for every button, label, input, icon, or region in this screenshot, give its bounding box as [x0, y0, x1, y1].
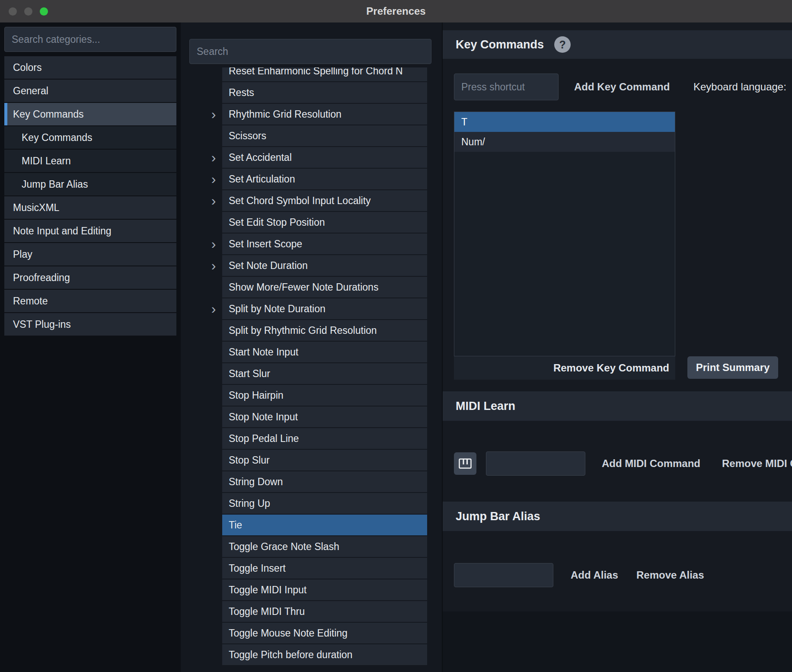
command-row-box[interactable]: Set Insert Scope [222, 234, 427, 254]
sidebar-item[interactable]: Proofreading [4, 266, 176, 289]
minimize-window-icon[interactable] [24, 7, 32, 16]
command-label: Toggle Mouse Note Editing [229, 627, 348, 639]
shortcut-row[interactable]: Num/ [454, 132, 675, 152]
sidebar-item[interactable]: MusicXML [4, 196, 176, 219]
command-row-box[interactable]: Split by Note Duration [222, 298, 427, 319]
add-key-command-button[interactable]: Add Key Command [574, 74, 670, 100]
add-alias-button[interactable]: Add Alias [571, 563, 618, 587]
shortcut-row[interactable]: T [454, 112, 675, 132]
command-row-box[interactable]: Stop Note Input [222, 406, 427, 427]
zoom-window-icon[interactable] [40, 7, 48, 16]
sidebar-item[interactable]: Key Commands [4, 103, 176, 125]
command-row[interactable]: Toggle MIDI Thru [205, 601, 427, 622]
command-row[interactable]: Stop Note Input [205, 406, 427, 427]
remove-midi-command-button[interactable]: Remove MIDI Command [722, 451, 792, 476]
command-row[interactable]: Toggle Grace Note Slash [205, 536, 427, 557]
command-row[interactable]: Reset Enharmonic Spelling for Chord N [205, 67, 427, 81]
command-row[interactable]: Start Note Input [205, 342, 427, 362]
chevron-right-icon[interactable] [205, 190, 222, 211]
command-row[interactable]: Stop Hairpin [205, 385, 427, 406]
help-icon[interactable]: ? [554, 36, 571, 53]
sidebar-item[interactable]: Jump Bar Alias [4, 173, 176, 195]
chevron-right-icon[interactable] [205, 255, 222, 276]
bottom-section [443, 611, 792, 672]
sidebar-item[interactable]: Colors [4, 56, 176, 79]
command-row-box[interactable]: Toggle MIDI Input [222, 579, 427, 600]
command-row[interactable]: Start Slur [205, 363, 427, 384]
shortcut-list[interactable]: T Num/ [454, 112, 675, 356]
sidebar-item[interactable]: Note Input and Editing [4, 220, 176, 242]
command-row[interactable]: Split by Rhythmic Grid Resolution [205, 320, 427, 341]
command-label: Set Edit Stop Position [229, 217, 325, 228]
command-row[interactable]: Set Articulation [205, 169, 427, 189]
command-row[interactable]: Set Note Duration [205, 255, 427, 276]
command-row[interactable]: Show More/Fewer Note Durations [205, 277, 427, 298]
command-row-box[interactable]: Show More/Fewer Note Durations [222, 277, 427, 298]
command-row[interactable]: Toggle MIDI Input [205, 579, 427, 600]
command-row[interactable]: Set Accidental [205, 147, 427, 168]
command-row-box[interactable]: String Up [222, 493, 427, 514]
sidebar-item-label: Jump Bar Alias [22, 179, 88, 190]
command-row[interactable]: Tie [205, 515, 427, 535]
command-row[interactable]: Rests [205, 82, 427, 103]
add-midi-command-button[interactable]: Add MIDI Command [602, 451, 700, 476]
command-row[interactable]: String Down [205, 471, 427, 492]
command-row-box[interactable]: Rhythmic Grid Resolution [222, 104, 427, 125]
command-row-box[interactable]: Rests [222, 82, 427, 103]
sidebar-item-label: Play [13, 249, 32, 260]
command-row-box[interactable]: Stop Hairpin [222, 385, 427, 406]
command-row[interactable]: String Up [205, 493, 427, 514]
category-search-input[interactable] [4, 27, 176, 52]
close-window-icon[interactable] [9, 7, 17, 16]
command-row-box[interactable]: Split by Rhythmic Grid Resolution [222, 320, 427, 341]
command-row-box[interactable]: Set Articulation [222, 169, 427, 189]
chevron-right-icon[interactable] [205, 104, 222, 125]
command-row-box[interactable]: Start Slur [222, 363, 427, 384]
sidebar-item[interactable]: VST Plug-ins [4, 313, 176, 336]
command-row-box[interactable]: Toggle Pitch before duration [222, 644, 427, 665]
chevron-right-icon[interactable] [205, 298, 222, 319]
command-row-box[interactable]: Stop Slur [222, 450, 427, 470]
command-row[interactable]: Scissors [205, 125, 427, 146]
sidebar-item[interactable]: Play [4, 243, 176, 266]
command-row-box[interactable]: Set Accidental [222, 147, 427, 168]
command-row-box[interactable]: Toggle Grace Note Slash [222, 536, 427, 557]
command-row-box[interactable]: Scissors [222, 125, 427, 146]
print-summary-button[interactable]: Print Summary [687, 356, 778, 379]
command-row[interactable]: Toggle Mouse Note Editing [205, 623, 427, 643]
chevron-right-icon[interactable] [205, 234, 222, 254]
command-row-box[interactable]: Reset Enharmonic Spelling for Chord N [222, 67, 427, 81]
press-shortcut-input[interactable] [454, 74, 559, 100]
command-row-box[interactable]: Toggle Insert [222, 558, 427, 579]
chevron-right-icon[interactable] [205, 147, 222, 168]
command-row-box[interactable]: Tie [222, 515, 427, 535]
command-row-box[interactable]: Stop Pedal Line [222, 428, 427, 449]
command-row-box[interactable]: String Down [222, 471, 427, 492]
chevron-right-icon[interactable] [205, 169, 222, 189]
command-row[interactable]: Rhythmic Grid Resolution [205, 104, 427, 125]
command-row-box[interactable]: Set Edit Stop Position [222, 212, 427, 233]
command-row-box[interactable]: Start Note Input [222, 342, 427, 362]
midi-command-input[interactable] [486, 451, 585, 476]
command-row[interactable]: Set Chord Symbol Input Locality [205, 190, 427, 211]
sidebar-item[interactable]: Key Commands [4, 126, 176, 149]
command-row-box[interactable]: Toggle Mouse Note Editing [222, 623, 427, 643]
command-row[interactable]: Toggle Insert [205, 558, 427, 579]
command-row[interactable]: Stop Pedal Line [205, 428, 427, 449]
sidebar-item[interactable]: MIDI Learn [4, 150, 176, 172]
remove-alias-button[interactable]: Remove Alias [636, 563, 704, 587]
command-row[interactable]: Set Edit Stop Position [205, 212, 427, 233]
command-search-input[interactable] [189, 39, 431, 64]
command-row[interactable]: Set Insert Scope [205, 234, 427, 254]
remove-key-command-button[interactable]: Remove Key Command [454, 356, 675, 380]
alias-input[interactable] [454, 563, 553, 587]
command-row[interactable]: Stop Slur [205, 450, 427, 470]
sidebar-item[interactable]: Remote [4, 290, 176, 312]
command-row-box[interactable]: Toggle MIDI Thru [222, 601, 427, 622]
command-row[interactable]: Split by Note Duration [205, 298, 427, 319]
midi-learn-button[interactable] [454, 452, 476, 475]
command-row[interactable]: Toggle Pitch before duration [205, 644, 427, 665]
command-row-box[interactable]: Set Note Duration [222, 255, 427, 276]
command-row-box[interactable]: Set Chord Symbol Input Locality [222, 190, 427, 211]
sidebar-item[interactable]: General [4, 80, 176, 102]
